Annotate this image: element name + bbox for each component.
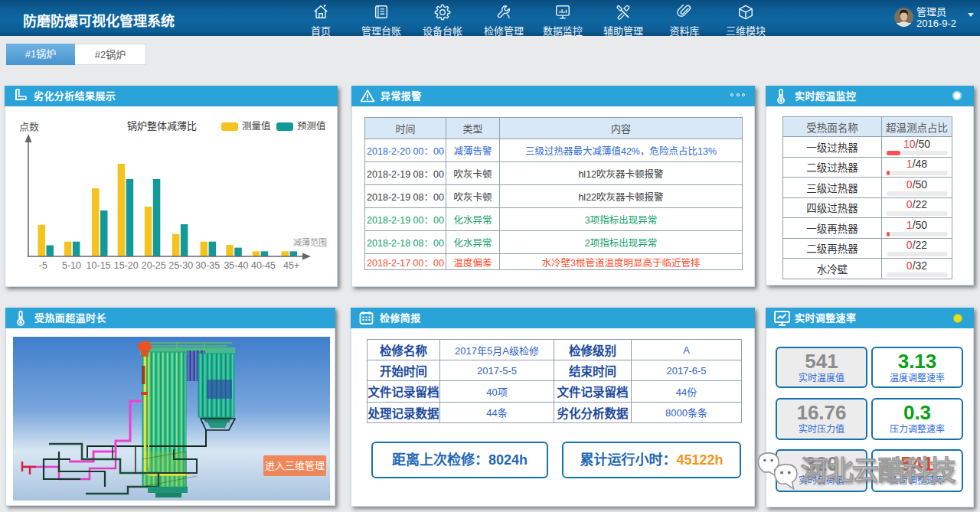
- svg-text:35-40: 35-40: [224, 260, 248, 271]
- svg-text:减薄范围: 减薄范围: [293, 237, 327, 247]
- svg-text:锅炉整体减薄比: 锅炉整体减薄比: [127, 120, 197, 132]
- svg-text:20-25: 20-25: [142, 260, 166, 271]
- svg-text:10-15: 10-15: [87, 260, 111, 271]
- svg-text:点数: 点数: [19, 121, 39, 132]
- svg-text:30-35: 30-35: [195, 260, 220, 271]
- svg-text:-5: -5: [39, 260, 47, 271]
- svg-text:预测值: 预测值: [297, 120, 326, 132]
- svg-text:测量值: 测量值: [242, 120, 271, 132]
- svg-text:5-10: 5-10: [62, 260, 81, 271]
- svg-text:45+: 45+: [283, 260, 299, 271]
- svg-text:15-20: 15-20: [114, 260, 139, 271]
- svg-text:25-30: 25-30: [168, 260, 193, 271]
- svg-text:40-45: 40-45: [251, 260, 276, 271]
